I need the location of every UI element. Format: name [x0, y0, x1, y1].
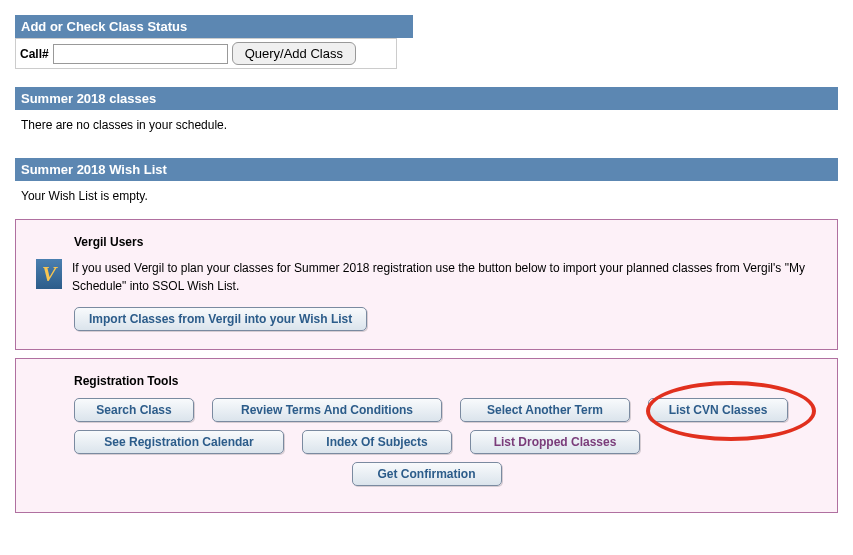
vergil-row: V If you used Vergil to plan your classe…	[36, 259, 817, 295]
vergil-panel: Vergil Users V If you used Vergil to pla…	[15, 219, 838, 350]
index-subjects-button[interactable]: Index Of Subjects	[302, 430, 452, 454]
import-vergil-button[interactable]: Import Classes from Vergil into your Wis…	[74, 307, 367, 331]
registration-tools-panel: Registration Tools Search Class Review T…	[15, 358, 838, 513]
tools-row-1: Search Class Review Terms And Conditions…	[74, 398, 817, 422]
classes-header: Summer 2018 classes	[15, 87, 838, 110]
call-number-row: Call# Query/Add Class	[15, 38, 397, 69]
tools-row-2: See Registration Calendar Index Of Subje…	[74, 430, 817, 454]
list-cvn-button[interactable]: List CVN Classes	[648, 398, 788, 422]
list-dropped-button[interactable]: List Dropped Classes	[470, 430, 640, 454]
wishlist-empty-text: Your Wish List is empty.	[15, 181, 838, 211]
get-confirmation-button[interactable]: Get Confirmation	[352, 462, 502, 486]
select-term-button[interactable]: Select Another Term	[460, 398, 630, 422]
vergil-description: If you used Vergil to plan your classes …	[72, 259, 817, 295]
call-number-input[interactable]	[53, 44, 228, 64]
vergil-icon: V	[36, 259, 62, 289]
tools-heading: Registration Tools	[74, 374, 817, 388]
see-calendar-button[interactable]: See Registration Calendar	[74, 430, 284, 454]
search-class-button[interactable]: Search Class	[74, 398, 194, 422]
call-number-label: Call#	[20, 47, 49, 61]
wishlist-header: Summer 2018 Wish List	[15, 158, 838, 181]
query-add-class-button[interactable]: Query/Add Class	[232, 42, 356, 65]
review-terms-button[interactable]: Review Terms And Conditions	[212, 398, 442, 422]
add-check-header: Add or Check Class Status	[15, 15, 413, 38]
tools-row-3: Get Confirmation	[36, 462, 817, 486]
vergil-heading: Vergil Users	[74, 235, 817, 249]
classes-empty-text: There are no classes in your schedule.	[15, 110, 838, 140]
